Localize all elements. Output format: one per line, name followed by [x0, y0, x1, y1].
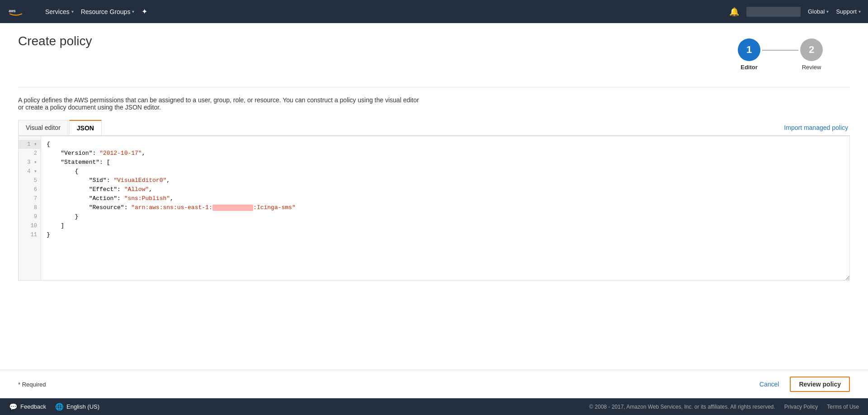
language-label: English (US) [66, 403, 99, 410]
step-1-circle: 1 [738, 38, 760, 61]
line-num-5: 5 [19, 176, 41, 185]
support-chevron: ▾ [859, 9, 861, 14]
cancel-button[interactable]: Cancel [753, 378, 786, 391]
page-title: Create policy [18, 34, 92, 48]
json-editor[interactable]: 1 ▾ 2 3 ▾ 4 ▾ 5 6 7 8 9 10 11 { "Version… [18, 136, 850, 281]
code-line-10: ] [47, 221, 844, 230]
line-num-1: 1 ▾ [19, 140, 41, 149]
line-num-8: 8 [19, 203, 41, 212]
footer: 💬 Feedback 🌐 English (US) © 2008 - 2017,… [0, 398, 868, 415]
footer-left: 💬 Feedback 🌐 English (US) [9, 403, 99, 411]
line-num-7: 7 [19, 194, 41, 203]
title-divider [18, 87, 850, 87]
services-chevron: ▾ [71, 9, 74, 14]
code-line-4: { [47, 167, 844, 176]
code-line-8: "Resource": "arn:aws:sns:us-east-1:xxxxx… [47, 203, 844, 212]
code-line-5: "Sid": "VisualEditor0", [47, 176, 844, 185]
step-1-wrapper: 1 Editor [738, 38, 760, 71]
feedback-icon: 💬 [9, 403, 18, 411]
globe-icon: 🌐 [55, 403, 64, 411]
region-chevron: ▾ [826, 9, 829, 14]
line-num-10: 10 [19, 221, 41, 230]
code-line-3: "Statement": [ [47, 158, 844, 167]
footer-right: © 2008 - 2017, Amazon Web Services, Inc.… [589, 404, 859, 410]
top-navigation: aws Services ▾ Resource Groups ▾ ✦ 🔔 Glo… [0, 0, 868, 23]
support-label: Support [836, 8, 857, 15]
feedback-link[interactable]: 💬 Feedback [9, 403, 46, 411]
step-2-circle: 2 [800, 38, 823, 61]
region-selector[interactable]: Global ▾ [808, 8, 829, 15]
review-policy-button[interactable]: Review policy [790, 377, 850, 392]
services-nav[interactable]: Services ▾ [42, 6, 77, 17]
notification-bell-icon[interactable]: 🔔 [729, 7, 739, 17]
tab-json[interactable]: JSON [69, 120, 102, 135]
code-content[interactable]: { "Version": "2012-10-17", "Statement": … [41, 136, 849, 280]
action-bar: * Required Cancel Review policy [0, 370, 868, 398]
line-num-6: 6 [19, 185, 41, 194]
svg-text:aws: aws [9, 9, 16, 13]
resource-groups-nav[interactable]: Resource Groups ▾ [77, 6, 138, 17]
required-note: * Required [18, 381, 46, 388]
code-line-9: } [47, 212, 844, 221]
tab-visual-editor[interactable]: Visual editor [18, 120, 68, 135]
support-menu[interactable]: Support ▾ [836, 8, 861, 15]
line-num-11: 11 [19, 230, 41, 239]
line-num-3: 3 ▾ [19, 158, 41, 167]
aws-logo[interactable]: aws [7, 2, 33, 21]
terms-of-use-link[interactable]: Terms of Use [827, 404, 859, 410]
resource-groups-label: Resource Groups [81, 8, 131, 15]
pin-icon[interactable]: ✦ [142, 7, 147, 16]
tabs-left: Visual editor JSON [18, 120, 103, 135]
code-line-1: { [47, 140, 844, 149]
step-connector [762, 50, 798, 51]
nav-right: 🔔 Global ▾ Support ▾ [729, 7, 861, 17]
step-indicator: 1 Editor 2 Review [738, 38, 832, 71]
page-description: A policy defines the AWS permissions tha… [18, 96, 425, 111]
code-line-7: "Action": "sns:Publish", [47, 194, 844, 203]
editor-tabs: Visual editor JSON Import managed policy [18, 120, 850, 136]
import-managed-policy-link[interactable]: Import managed policy [784, 124, 850, 131]
code-line-2: "Version": "2012-10-17", [47, 149, 844, 158]
line-num-9: 9 [19, 212, 41, 221]
footer-copyright: © 2008 - 2017, Amazon Web Services, Inc.… [589, 404, 775, 410]
line-num-2: 2 [19, 149, 41, 158]
language-selector[interactable]: 🌐 English (US) [55, 403, 99, 411]
region-label: Global [808, 8, 825, 15]
resource-groups-chevron: ▾ [132, 9, 134, 14]
code-line-11: } [47, 230, 844, 239]
action-buttons: Cancel Review policy [753, 377, 850, 392]
step-1-label: Editor [741, 64, 758, 71]
main-content: Create policy 1 Editor 2 Review A policy… [0, 23, 868, 370]
privacy-policy-link[interactable]: Privacy Policy [784, 404, 818, 410]
step-2-label: Review [802, 64, 821, 71]
line-num-4: 4 ▾ [19, 167, 41, 176]
feedback-label: Feedback [20, 403, 46, 410]
line-numbers: 1 ▾ 2 3 ▾ 4 ▾ 5 6 7 8 9 10 11 [19, 136, 41, 280]
services-label: Services [45, 8, 70, 15]
step-2-wrapper: 2 Review [800, 38, 823, 71]
code-line-6: "Effect": "Allow", [47, 185, 844, 194]
username-display[interactable] [746, 7, 801, 17]
